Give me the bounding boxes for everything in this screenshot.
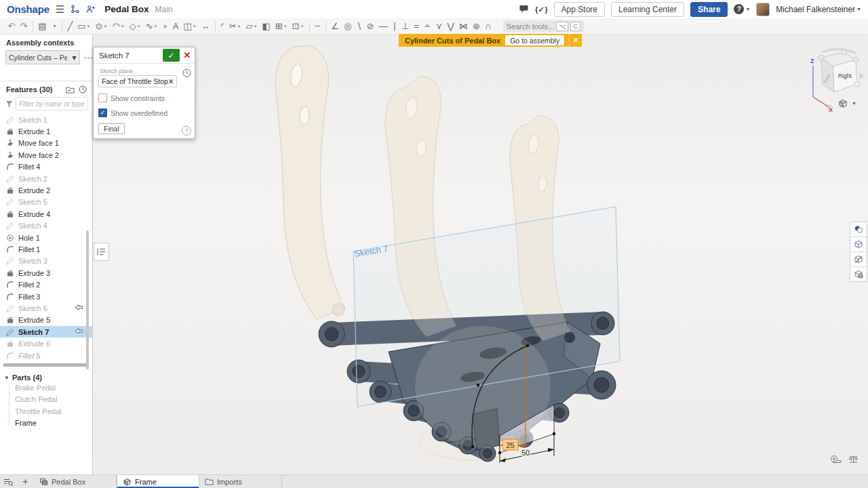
final-button[interactable]: Final [98, 123, 125, 134]
perpendicular-icon[interactable]: ⊥ [399, 22, 411, 30]
user-avatar[interactable] [756, 3, 770, 16]
feature-item-sketch-1[interactable]: Sketch 1 [0, 114, 92, 125]
feature-item-move-face-1[interactable]: Move face 1 [0, 138, 92, 149]
transform-icon[interactable]: ▱▼ [243, 22, 260, 30]
appearance-panel-icon[interactable] [850, 222, 867, 237]
clear-selection-icon[interactable]: ✕ [168, 77, 174, 85]
spline-icon[interactable]: ∿▼ [143, 22, 160, 30]
feature-item-extrude-3[interactable]: Extrude 3 [0, 267, 92, 279]
feature-item-extrude-6[interactable]: Extrude 6 [0, 338, 92, 349]
comment-icon[interactable] [519, 5, 529, 14]
feature-item-fillet-3[interactable]: Fillet 3 [0, 291, 92, 302]
slot-icon[interactable]: ◫▼ [181, 22, 199, 30]
fix-icon[interactable]: ⊛ [471, 22, 483, 30]
arc-icon[interactable]: ◠▼ [110, 22, 127, 30]
feature-item-hole-1[interactable]: Hole 1 [0, 232, 92, 243]
line-icon[interactable]: ╱ [65, 22, 75, 30]
feature-item-extrude-1[interactable]: Extrude 1 [0, 125, 92, 137]
feature-item-fillet-1[interactable]: Fillet 1 [0, 243, 92, 255]
parallel-icon[interactable]: ∖ [354, 22, 364, 30]
version-tree-icon[interactable] [71, 5, 80, 14]
cancel-button[interactable]: ✕ [182, 49, 193, 62]
feature-item-sketch-2[interactable]: Sketch 2 [0, 173, 92, 184]
symmetric-icon[interactable]: ⋈ [457, 22, 471, 30]
feature-history-icon[interactable] [182, 68, 191, 77]
dimension-icon[interactable]: ↔ [199, 22, 212, 30]
curvature-icon[interactable]: ∩ [482, 22, 493, 30]
feature-filter-input[interactable]: Filter by name or type [16, 97, 88, 110]
feature-item-move-face-2[interactable]: Move face 2 [0, 149, 92, 161]
insert-folder-icon[interactable] [66, 86, 75, 94]
tab-frame[interactable]: Frame [117, 475, 199, 488]
feature-item-sketch-6[interactable]: Sketch 6 [0, 302, 92, 314]
assembly-context-dropdown[interactable]: Cylinder Cuts – Pedal ▼ [5, 50, 80, 64]
tangent-icon[interactable]: ⊘ [364, 22, 376, 30]
accept-button[interactable]: ✓ [163, 49, 180, 62]
mass-properties-icon[interactable] [848, 455, 859, 464]
learning-center-button[interactable]: Learning Center [611, 2, 684, 17]
vertical-icon[interactable]: ∣ [390, 22, 399, 30]
pierce-icon[interactable]: ⋁ [445, 22, 457, 30]
tab-pedal-box[interactable]: Pedal Box [34, 475, 117, 488]
circle-icon[interactable]: ⊙▼ [93, 22, 110, 30]
user-menu[interactable]: Michael Falkensteiner ▼ [776, 5, 861, 14]
paste-sketch-icon[interactable]: ▤ [36, 22, 49, 30]
dialog-help-icon[interactable]: ? [182, 126, 191, 136]
pattern-icon[interactable]: ⊞▼ [273, 22, 290, 30]
search-tools-input[interactable]: Search tools... ⌥ C [503, 20, 584, 32]
feature-item-sketch-7[interactable]: Sketch 7 [0, 326, 92, 338]
point-icon[interactable]: ∘ [160, 22, 170, 30]
undo-icon[interactable]: ↶ [5, 22, 18, 30]
onshape-logo[interactable]: Onshape [7, 3, 50, 15]
manage-tabs-icon[interactable] [0, 475, 16, 488]
horizontal-icon[interactable]: — [376, 22, 390, 30]
checkbox-show-constraints[interactable]: Show constraints [98, 94, 189, 102]
equal-icon[interactable]: = [412, 22, 422, 30]
text-icon[interactable]: A [170, 22, 181, 30]
feature-item-sketch-5[interactable]: Sketch 5 [0, 197, 92, 208]
share-button[interactable]: Share [690, 2, 728, 17]
hide-instance-icon[interactable] [850, 252, 867, 267]
checkbox-show-overdefined[interactable]: ✓Show overdefined [98, 108, 189, 117]
feature-item-fillet-2[interactable]: Fillet 2 [0, 279, 92, 290]
use-project-icon[interactable]: ◔ [49, 22, 59, 30]
tab-imports[interactable]: Imports [199, 475, 282, 488]
sketch-plane-field[interactable]: Face of Throttle Stop ✕ [98, 75, 177, 87]
go-to-assembly-button[interactable]: Go to assembly [505, 35, 564, 45]
banner-close-icon[interactable]: ✕ [569, 34, 582, 47]
follow-mode-icon[interactable] [86, 5, 96, 14]
part-item-brake-pedal[interactable]: Brake Pedal [0, 382, 92, 393]
part-item-frame[interactable]: Frame [0, 417, 92, 428]
feature-item-extrude-4[interactable]: Extrude 4 [0, 208, 92, 220]
feature-item-sketch-4[interactable]: Sketch 4 [0, 220, 92, 232]
tape-measure-icon[interactable] [830, 455, 842, 464]
panel-scrollbar[interactable] [86, 230, 89, 369]
normal-icon[interactable]: ⋎ [433, 22, 445, 30]
model-viewport[interactable]: 25 50 Sketch 7 Right Front Z [93, 35, 868, 474]
construction-icon[interactable]: ╌ [313, 22, 323, 30]
feature-item-extrude-2[interactable]: Extrude 2 [0, 184, 92, 196]
context-more-icon[interactable]: ••• [84, 54, 93, 62]
feature-item-extrude-5[interactable]: Extrude 5 [0, 314, 92, 326]
fillet-icon[interactable]: ◜ [218, 22, 226, 30]
trim-icon[interactable]: ✂▼ [226, 22, 243, 30]
insert-dxf-icon[interactable]: ⊡▼ [290, 22, 307, 30]
transparency-icon[interactable] [850, 237, 867, 252]
feature-item-sketch-3[interactable]: Sketch 3 [0, 256, 92, 267]
main-menu-icon[interactable]: ☰ [56, 4, 64, 14]
feature-item-fillet-4[interactable]: Fillet 4 [0, 161, 92, 173]
feature-item-fillet-5[interactable]: Fillet 5 [0, 350, 92, 361]
model-scene[interactable]: 25 50 [93, 35, 868, 474]
polygon-icon[interactable]: ◇▼ [127, 22, 143, 30]
ghost-clutch-pedal[interactable] [275, 45, 345, 319]
concentric-icon[interactable]: ◎ [341, 22, 353, 30]
isolate-icon[interactable] [850, 267, 867, 281]
view-options-dropdown[interactable]: ▼ [837, 98, 856, 108]
part-item-clutch-pedal[interactable]: Clutch Pedal [0, 394, 92, 405]
midpoint-icon[interactable]: ∸ [421, 22, 433, 30]
history-clock-icon[interactable] [79, 85, 87, 94]
add-tab-button[interactable]: ＋ [16, 475, 34, 488]
rectangle-icon[interactable]: ▭▼ [75, 22, 93, 30]
feature-tree-flyout-toggle[interactable] [94, 243, 109, 261]
view-cube[interactable]: Right Front Z X [802, 48, 867, 113]
